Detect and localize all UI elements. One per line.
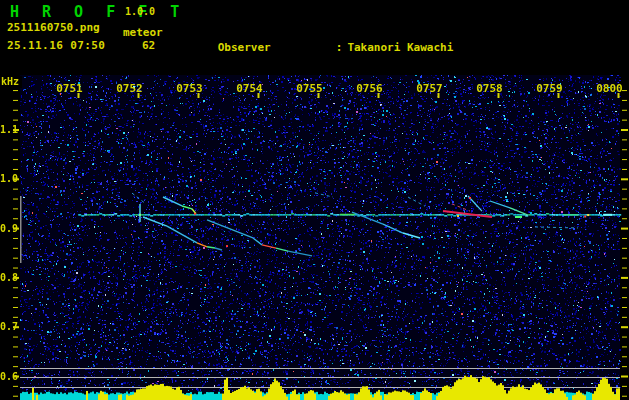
freq-tick-label: 0.9 — [0, 223, 13, 234]
mode-label: meteor — [123, 26, 163, 39]
time-tick-label: 0753 — [176, 82, 204, 95]
freq-tick-label: 0.8 — [0, 272, 13, 283]
time-tick-label: 0758 — [476, 82, 504, 95]
time-tick-label: 0751 — [56, 82, 84, 95]
info-value: Takanori Kawachi — [347, 41, 453, 54]
spectrogram-canvas — [0, 75, 629, 400]
freq-tick-label: 0.6 — [0, 371, 13, 382]
freq-tick-label: 1.0 — [0, 173, 13, 184]
time-tick-label: 0759 — [536, 82, 564, 95]
time-tick-label: 0756 — [356, 82, 384, 95]
time-tick-label: 0757 — [416, 82, 444, 95]
info-separator: : — [336, 41, 343, 54]
time-tick-label: 0755 — [296, 82, 324, 95]
hrofft-window: H R O F F T 1.0.0 2511160750.png meteor … — [0, 0, 629, 400]
info-row-observer: Observer:Takanori Kawachi — [178, 29, 586, 68]
time-tick-label: 0754 — [236, 82, 264, 95]
time-tick-label: 0752 — [116, 82, 144, 95]
y-axis-unit-label: kHz — [1, 76, 22, 88]
output-filename: 2511160750.png — [7, 21, 100, 34]
echo-count: 62 — [142, 39, 155, 52]
time-tick-label: 0800 — [596, 82, 624, 95]
freq-tick-label: 0.7 — [0, 321, 13, 332]
app-title: H R O F F T — [10, 3, 186, 21]
info-label: Observer — [218, 42, 336, 55]
freq-tick-label: 1.1 — [0, 124, 13, 135]
app-version: 1.0.0 — [125, 6, 155, 17]
datetime-label: 25.11.16 07:50 — [7, 39, 105, 52]
